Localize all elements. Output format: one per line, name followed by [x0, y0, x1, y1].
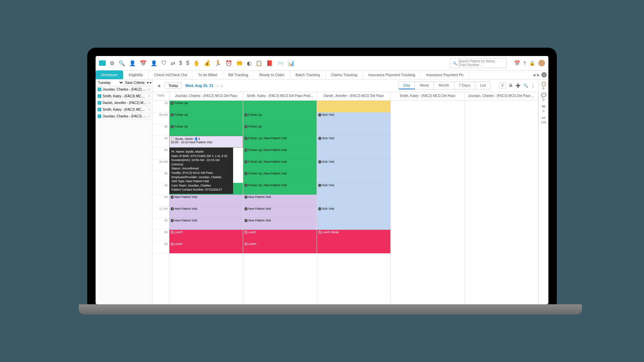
appt[interactable]: ✕Follow Up | New Patient Visit [243, 171, 317, 183]
remove-icon[interactable]: × [148, 114, 150, 118]
provider-item[interactable]: ✓Smith, Kaley - (FAC3) MCG Del Paso...× [96, 93, 152, 100]
transfer-icon[interactable]: ⇄ [171, 60, 175, 66]
add-icon[interactable]: ➕ [516, 83, 521, 88]
save-criteria[interactable]: Save Criteria▾ ▾ [124, 80, 152, 86]
remove-icon[interactable]: × [148, 94, 150, 98]
appt[interactable]: ✕Follow Up | New Patient Visit [243, 136, 317, 148]
help-icon[interactable]: ? [523, 60, 526, 66]
tab-claims[interactable]: Claims Tracking [326, 70, 363, 79]
check-icon[interactable]: ✓ [98, 108, 101, 111]
appt[interactable]: Lunch Break [317, 230, 390, 253]
appt[interactable]: ✕Follow Up [169, 124, 243, 136]
inbox-icon[interactable]: 📨 [277, 60, 284, 66]
prev-arrow-icon[interactable]: ◀ [156, 84, 161, 88]
search-cal-icon[interactable]: 🔍 [523, 83, 528, 88]
provider-item[interactable]: ✓Daniel, Jennifer - (FAC2) MCG Del ...× [96, 100, 152, 106]
provider-item[interactable]: ✓Jourdan, Charles - (FAC2) MCG Del ...× [96, 86, 152, 93]
check-icon[interactable]: ✓ [98, 88, 101, 91]
clock-icon[interactable]: ⏰ [225, 60, 232, 66]
tab-insurance[interactable]: Insurance Payment Tracking [363, 70, 421, 79]
rail-mail[interactable]: ✉3 [542, 104, 545, 113]
provider-item[interactable]: ✓Jourdan, Charles - (FAC3) MCG Del ...× [96, 113, 152, 120]
appt[interactable]: ✕Follow Up [243, 112, 317, 124]
appt[interactable]: ✕Sick Visit [317, 136, 390, 159]
date-prev-icon[interactable]: ‹ [217, 84, 218, 88]
check-icon[interactable]: ✓ [98, 101, 101, 105]
appt[interactable]: ✕New Patient Visit [243, 218, 317, 230]
view-month[interactable]: Month [434, 82, 454, 89]
remove-icon[interactable]: × [148, 88, 150, 91]
lock-icon[interactable]: 🔒 [529, 60, 535, 66]
appt[interactable]: ✕Follow Up [169, 101, 243, 112]
person-icon[interactable]: 👤 [129, 60, 136, 66]
tab-prev-icon[interactable]: ◀ [533, 73, 535, 77]
avatar[interactable] [538, 60, 545, 66]
appt[interactable]: ✕Follow Up | New Patient Visit [243, 183, 317, 195]
rail-clipboard[interactable]: 📋6 [541, 81, 546, 90]
clipboard-icon[interactable]: 📋 [256, 60, 262, 66]
tab-eligibility[interactable]: Eligibility [123, 70, 149, 79]
appt[interactable]: ✕Sick Visit [317, 159, 390, 183]
resource-header[interactable]: Jourdan, Charles - (FAC2) MCG Del Paso [169, 92, 243, 101]
appt[interactable]: ✕New Patient Visit [169, 206, 243, 218]
appt[interactable]: ✕Follow Up [169, 112, 243, 124]
today-button[interactable]: Today [165, 82, 182, 89]
book-icon[interactable]: 📕 [266, 60, 273, 66]
appt[interactable]: ✕New Patient Visit [243, 195, 317, 206]
tab-readyclaim[interactable]: Ready to Claim [254, 70, 290, 79]
provider-item[interactable]: ✓Smith, Kaley - (FAC2) MCG Del Paso...× [96, 106, 152, 113]
tab-checkin[interactable]: Check In/Check Out [149, 70, 193, 79]
appt[interactable]: ✕New Patient Visit [169, 195, 243, 206]
dollar-icon[interactable]: $ [179, 60, 182, 66]
hand-icon[interactable]: ✋ [193, 60, 200, 66]
graph-icon[interactable]: 📊 [288, 60, 294, 66]
appt[interactable]: Lunch [243, 242, 317, 253]
view-7days[interactable]: 7 Days [454, 82, 475, 89]
appt[interactable]: Lunch [169, 230, 243, 242]
date-next-icon[interactable]: › [221, 84, 223, 88]
pie-chart-icon[interactable]: ◐ [247, 60, 252, 66]
appt[interactable] [317, 101, 390, 112]
calendar-icon[interactable]: 📅 [140, 60, 147, 66]
more-icon[interactable]: ⋮ [531, 83, 535, 88]
shield-icon[interactable]: 🛡 [161, 60, 167, 66]
check-icon[interactable]: ✓ [98, 94, 101, 98]
rail-voicemail[interactable]: ⚯175 [541, 115, 546, 124]
schedule-icon[interactable]: 📅 [514, 60, 520, 66]
resource-header[interactable]: Smith, Kaley - (FAC3) MCG Del Paso Pedi.… [243, 92, 317, 101]
running-icon[interactable]: 🏃 [215, 60, 221, 66]
day-select[interactable]: Tuesday [96, 80, 124, 86]
appt[interactable]: ✕New Patient Visit [243, 206, 317, 218]
view-week[interactable]: Week [415, 82, 434, 89]
logo-icon[interactable] [99, 60, 106, 66]
resource-header[interactable]: Daniel, Jennifer - (FAC2) MCG Del Paso [317, 92, 390, 101]
tab-billtracking[interactable]: Bill Tracking [223, 70, 254, 79]
person-plus-icon[interactable]: 👤 [151, 60, 157, 66]
appt[interactable]: ✕Follow Up | New Patient Visit [243, 159, 317, 171]
rail-chat[interactable]: 💬0 [541, 93, 546, 101]
hands-icon[interactable]: 🤲 [236, 60, 243, 66]
check-icon[interactable]: ✓ [98, 114, 101, 118]
dollar-alt-icon[interactable]: $ [186, 60, 189, 66]
view-list[interactable]: List [475, 82, 490, 89]
remove-icon[interactable]: × [148, 101, 150, 105]
tab-batch[interactable]: Batch Tracking [290, 70, 326, 79]
appt[interactable]: ✕Sick Visit [317, 112, 390, 136]
view-day[interactable]: Day [399, 82, 415, 89]
gear-icon[interactable]: ⚙ [110, 60, 114, 66]
appt[interactable]: ✕Sick Visit [317, 183, 390, 206]
money-bag-icon[interactable]: 💰 [204, 60, 211, 66]
appt[interactable]: ✕Follow Up [243, 124, 317, 136]
tab-tobebilled[interactable]: To be Billed [193, 70, 223, 79]
appt-selected[interactable]: 📋 Byrde, Martin 👤 ℹ 10:00 - 10:15 New Pa… [169, 136, 243, 148]
appt[interactable]: Lunch [243, 230, 317, 242]
appt[interactable]: ✕New Patient Visit [169, 218, 243, 230]
search-input[interactable]: 🔍 Search Patient by Name, Chart Number .… [450, 58, 507, 68]
appt[interactable]: ✕Follow Up | New Patient Visit [243, 148, 317, 159]
tab-insurancepo[interactable]: Insurance Payment Po [421, 70, 469, 79]
appt[interactable] [243, 101, 317, 112]
appt[interactable]: Lunch [169, 242, 243, 253]
info-icon[interactable]: i [541, 72, 547, 77]
search-icon[interactable]: 🔍 [118, 60, 125, 66]
tab-scheduler[interactable]: Scheduler [96, 70, 123, 79]
